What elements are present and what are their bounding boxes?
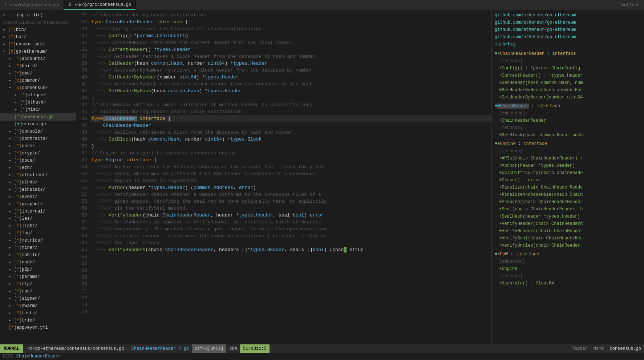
sidebar-item-core[interactable]: ▸ [*]core/ <box>0 142 76 150</box>
sidebar-item-clique[interactable]: ▸ [*]clique/ <box>0 92 76 99</box>
code-line-32: type ChainHeaderReader interface { <box>90 19 491 25</box>
code-line-49: // ChainReader defines a small collectio… <box>90 101 491 108</box>
sidebar-item-p2p[interactable]: ▸ [*]p2p/ <box>0 266 76 273</box>
sidebar-item-crypto[interactable]: ▸ [*]crypto/ <box>0 150 76 157</box>
sidebar-item-metrics[interactable]: ▸ [*]metrics/ <box>0 237 76 244</box>
sidebar-item-internal[interactable]: ▸ [*]internal/ <box>0 208 76 215</box>
code-content: 3132333435 3637383940 4142434445 4647484… <box>76 10 491 344</box>
sidebar-item-tests[interactable]: ▸ [*]tests/ <box>0 310 76 317</box>
sidebar-item-consensus[interactable]: ▾ [x]consensus/ <box>0 84 76 92</box>
sidebar-item-trie[interactable]: ▸ [*]trie/ <box>0 317 76 324</box>
code-line-40: ~\\ GetHeader(hash common.Hash, number u… <box>90 60 491 67</box>
editor-area: 3132333435 3637383940 4142434445 4647484… <box>76 10 644 344</box>
sidebar-item-errors-go[interactable]: [+]errors.go <box>0 121 76 128</box>
sidebar-item-les[interactable]: ▸ [*]les/ <box>0 215 76 222</box>
code-line-33: ~\// Config retrieves the blockchain's c… <box>90 25 491 32</box>
code-line-59: type Engine interface { <box>90 157 491 163</box>
main-area: ▾ .. (up a dir) /Users/liukai/workspaces… <box>0 10 644 344</box>
sidebar-item-common[interactable]: ▸ [x]common/ <box>0 77 76 84</box>
rp-engine-apis: +APIs(chain ChainHeaderReader) : <box>496 155 644 162</box>
rp-chr-currentheader: +CurrentHeader() : *types.Header <box>496 72 644 79</box>
sidebar-item-ethash[interactable]: ▸ [*]ethash/ <box>0 99 76 106</box>
sidebar-root[interactable]: ▾ .. (up a dir) <box>0 12 76 19</box>
sidebar-item-log[interactable]: ▸ [*]log/ <box>0 230 76 237</box>
rp-engine-prepare: +Prepare(chain ChainHeaderReader <box>496 198 644 206</box>
code-line-52: ChainHeaderReader <box>90 122 491 129</box>
sidebar-item-appveyor[interactable]: [*]appveyor.yml <box>0 324 76 331</box>
code-editor[interactable]: 3132333435 3637383940 4142434445 4647484… <box>76 10 491 344</box>
sidebar-item-contracts[interactable]: ▸ [*]contracts/ <box>0 135 76 142</box>
rp-engine-author: +Author(header *types.Header) : <box>496 162 644 169</box>
sidebar-item-rpc[interactable]: ▸ [*]rpc/ <box>0 288 76 295</box>
sidebar-item-rlp[interactable]: ▸ [*]rlp/ <box>0 280 76 288</box>
sidebar-item-ethdb[interactable]: ▸ [*]ethdb/ <box>0 179 76 186</box>
sidebar-item-ethstats[interactable]: ▸ [*]ethstats/ <box>0 186 76 193</box>
sidebar-item-light[interactable]: ▸ [*]light/ <box>0 222 76 230</box>
sidebar-item-accounts[interactable]: ▸ [*]accounts/ <box>0 55 76 62</box>
sidebar-item-console[interactable]: ▸ [*]console/ <box>0 128 76 135</box>
status-right: Tagbar Name consensus.go <box>569 344 644 353</box>
sidebar: ▾ .. (up a dir) /Users/liukai/workspaces… <box>0 10 76 344</box>
code-line-34: ~\\ Config() *params.ChainConfig <box>90 32 491 39</box>
code-line-45: ~\\// GetHeaderByHash retrieves a block … <box>90 81 491 88</box>
rp-engine-header[interactable]: ▼+Engine : interface <box>492 140 644 147</box>
code-line-58: // Engine is an algorithm agnostic conse… <box>90 150 491 157</box>
sidebar-item-params[interactable]: ▸ [*]params/ <box>0 273 76 280</box>
code-line-55: ~\\ GetBlock(hash common.Hash, number ui… <box>90 136 491 143</box>
sidebar-item-swarm[interactable]: ▸ [*]swarm/ <box>0 302 76 310</box>
sidebar-item-graphql[interactable]: ▸ [*]graphql/ <box>0 201 76 208</box>
rp-engine-methods: [methods] <box>496 147 644 155</box>
sidebar-item-cmd[interactable]: ▸ [*]cmd/ <box>0 70 76 77</box>
sidebar-item-consensus-go[interactable]: [*]consensus.go <box>0 113 76 121</box>
sidebar-item-bin[interactable]: ▸ [*]bin/ <box>0 26 76 33</box>
code-line-47: } <box>90 94 491 101</box>
rp-chainreader-header[interactable]: ▼+ChainReader : interface <box>492 102 644 110</box>
status-position: 51/131 1:5 <box>240 344 270 353</box>
sidebar-item-cosmos[interactable]: ▸ [*]cosmos-sdk/ <box>0 41 76 48</box>
rp-pow-header[interactable]: ▼+PoW : interface <box>492 251 644 258</box>
bottom-bar: NERD ChainHeaderReader <box>0 353 644 360</box>
tab-bar: 1 ~/w/g/g/c/errors.go 2 ~/w/g/g/c/consen… <box>0 0 644 10</box>
rp-engine-verifyseal: +VerifySeal(chain ChainHeaderRea <box>496 235 644 242</box>
tab-errors[interactable]: 1 ~/w/g/g/c/errors.go <box>0 0 64 10</box>
rp-engine-verifyheaders: +VerifyHeaders(chain ChainHeader <box>496 227 644 235</box>
status-mode: NORMAL <box>0 344 23 353</box>
code-line-31: // blockchain during header verification… <box>90 12 491 19</box>
rp-engine-verifyuncles: +VerifyUncles(chain ChainReader, <box>496 242 644 249</box>
sidebar-item-mobile[interactable]: ▸ [*]mobile/ <box>0 251 76 259</box>
status-percent: 38% <box>226 346 240 351</box>
code-line-71: ~\\// concurrently. The method returns a… <box>90 226 491 232</box>
rp-cr-getblock: +GetBlock(hash common.Hash, numb <box>496 132 644 139</box>
sidebar-path: /Users/liukai/workspaces/go/ <box>0 19 76 26</box>
sidebar-item-ethclient[interactable]: ▸ [*]ethclient/ <box>0 171 76 179</box>
bottom-tag: ChainHeaderReader <box>16 354 61 359</box>
code-line-42: ~\\// GetHeaderByNumber retrieves a bloc… <box>90 67 491 74</box>
sidebar-item-docs[interactable]: ▸ [*]docs/ <box>0 157 76 164</box>
sidebar-item-build[interactable]: ▸ [*]build/ <box>0 62 76 70</box>
rp-chainheaderreader-header[interactable]: ▼+ChainHeaderReader : interface <box>492 50 644 57</box>
sidebar-item-eth[interactable]: ▸ [*]eth/ <box>0 164 76 171</box>
code-lines: // blockchain during header verification… <box>90 10 491 344</box>
sidebar-item-miner[interactable]: ▸ [*]miner/ <box>0 244 76 251</box>
code-line-43: ~\\ GetHeaderByNumber(number uint64) *ty… <box>90 74 491 81</box>
sidebar-item-signer[interactable]: ▸ [*]signer/ <box>0 295 76 302</box>
code-line-60: ~\\// Author retrieves the Ethereum addr… <box>90 163 491 170</box>
rp-pow-hashrate: +Hashrate() : float64 <box>496 280 644 287</box>
rp-chr-getheaderbyhash: +GetHeaderByHash(hash common.Has <box>496 86 644 94</box>
status-tagbar-label: Tagbar <box>569 346 591 351</box>
status-bar: NORMAL <o/go-ethereum/consensus/consensu… <box>0 344 644 353</box>
rp-engine-calcdifficulty: +CalcDifficulty(chain ChainHeade <box>496 169 644 177</box>
code-line-62: ~\\// engine is based on signatures. <box>90 177 491 184</box>
sidebar-item-node[interactable]: ▸ [*]node/ <box>0 259 76 266</box>
sidebar-item-misc[interactable]: ▸ [*]misc/ <box>0 106 76 113</box>
code-line-66: ~\\// given engine. Verifying the seal m… <box>90 198 491 205</box>
sidebar-item-bor[interactable]: ▸ [*]bor/ <box>0 33 76 41</box>
sidebar-item-go-ethereum[interactable]: ▾ [x]go-ethereum/ <box>0 48 76 55</box>
rp-chr-methods: [methods] <box>496 57 644 65</box>
rp-pow-embedded: [embedded] <box>496 258 644 265</box>
rp-pkg4: github.com/ethereum/go-ethereum <box>492 33 644 41</box>
sidebar-item-event[interactable]: ▸ [*]event/ <box>0 193 76 201</box>
code-line-54: ~\\// GetBlock retrieves a block from th… <box>90 129 491 136</box>
tab-consensus[interactable]: 2 ~/w/g/g/c/consensus.go <box>64 0 136 10</box>
rp-engine-verifyheader: +VerifyHeader(chain ChainHeaderR <box>496 220 644 227</box>
